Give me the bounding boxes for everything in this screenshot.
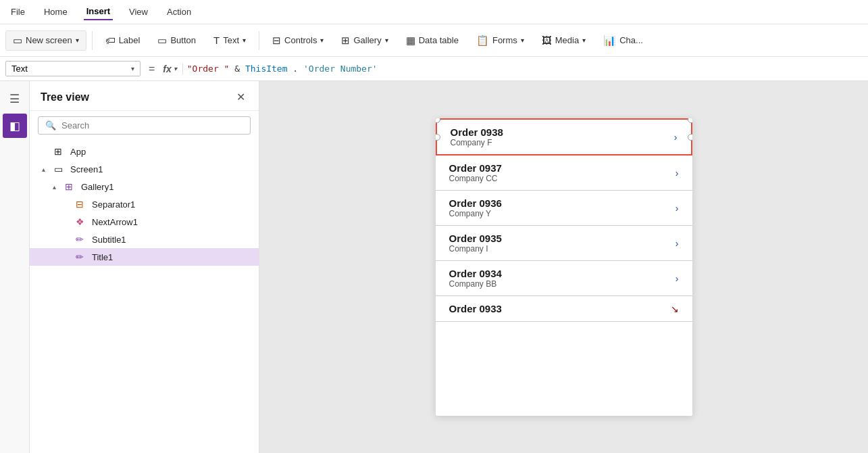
new-screen-button[interactable]: ▭ New screen ▾ (5, 30, 86, 51)
hamburger-icon-button[interactable]: ☰ (3, 87, 27, 111)
layers-icon-button[interactable]: ◧ (3, 114, 27, 138)
gallery-chevron-icon: ▾ (385, 37, 388, 44)
gallery-icon: ⊞ (341, 34, 350, 47)
tree-body: ⊞ App ▴ ▭ Screen1 ▴ ⊞ Gallery1 ⊟ (30, 140, 259, 453)
menu-view[interactable]: View (126, 4, 151, 20)
label-icon: 🏷 (105, 34, 116, 46)
gallery-item-2-text: Order 0936 Company Y (449, 197, 502, 218)
formula-amp: & (234, 64, 245, 74)
chevron-down-icon: ▾ (76, 37, 79, 44)
gallery-button[interactable]: ⊞ Gallery ▾ (334, 30, 395, 51)
subtitle1-label: Subtitle1 (92, 235, 251, 245)
gallery-item-1[interactable]: Order 0937 Company CC › (436, 156, 692, 191)
title-icon: ✏ (76, 252, 88, 262)
formula-string1: "Order " (187, 64, 230, 74)
gallery-item-2-subtitle: Company Y (449, 209, 502, 218)
sidebar-icons: ☰ ◧ (0, 81, 30, 453)
gallery-item-3[interactable]: Order 0935 Company I › (436, 226, 692, 261)
handle-mr[interactable] (688, 134, 692, 141)
forms-button[interactable]: 📋 Forms ▾ (469, 30, 532, 51)
tree-item-screen1[interactable]: ▴ ▭ Screen1 (30, 160, 259, 178)
main-area: ☰ ◧ Tree view ✕ 🔍 ⊞ App ▴ (0, 81, 868, 453)
media-button[interactable]: 🖼 Media ▾ (534, 30, 593, 50)
gallery-item-0-arrow: › (674, 132, 678, 143)
search-icon: 🔍 (45, 120, 56, 130)
gallery-item-0[interactable]: Order 0938 Company F › (437, 120, 691, 154)
nextarrow-icon: ❖ (76, 216, 88, 227)
media-chevron-icon: ▾ (582, 37, 586, 44)
text-icon: T (213, 34, 220, 46)
controls-button[interactable]: ⊟ Controls ▾ (265, 30, 331, 51)
menu-bar: File Home Insert View Action (0, 0, 868, 24)
separator-icon: ⊟ (76, 199, 88, 210)
text-chevron-icon: ▾ (242, 37, 246, 44)
gallery-item-1-text: Order 0937 Company CC (449, 162, 502, 183)
divider-2 (259, 31, 259, 50)
formula-input[interactable]: "Order " & ThisItem . 'Order Number' (187, 64, 863, 74)
charts-button[interactable]: 📊 Cha... (596, 30, 650, 51)
gallery-item-3-text: Order 0935 Company I (449, 233, 502, 254)
text-button[interactable]: T Text ▾ (206, 30, 253, 50)
gallery-item-2[interactable]: Order 0936 Company Y › (436, 191, 692, 226)
formula-dot: . (292, 64, 298, 74)
tree-item-separator1[interactable]: ⊟ Separator1 (30, 195, 259, 213)
subtitle-icon: ✏ (76, 234, 88, 245)
forms-icon: 📋 (476, 34, 489, 47)
menu-home[interactable]: Home (41, 4, 70, 20)
gallery-item-3-subtitle: Company I (449, 244, 502, 254)
tree-item-title1[interactable]: ✏ Title1 (30, 248, 259, 266)
gallery-item-5[interactable]: Order 0933 ↘ (436, 296, 692, 322)
tree-item-subtitle1[interactable]: ✏ Subtitle1 (30, 231, 259, 248)
gallery-tree-icon: ⊞ (65, 181, 77, 192)
gallery-item-3-arrow: › (675, 238, 679, 249)
forms-chevron-icon: ▾ (521, 37, 524, 44)
controls-icon: ⊟ (272, 34, 281, 47)
property-dropdown[interactable]: Text ▾ (5, 61, 141, 76)
nextarrow1-label: NextArrow1 (92, 217, 251, 227)
label-button[interactable]: 🏷 Label (98, 30, 148, 50)
tree-item-nextarrow1[interactable]: ❖ NextArrow1 (30, 213, 259, 231)
screen-icon: ▭ (54, 164, 66, 174)
gallery-item-4[interactable]: Order 0934 Company BB › (436, 261, 692, 296)
fx-button[interactable]: fx ▾ (163, 64, 182, 74)
gallery-item-0-title: Order 0938 (451, 126, 503, 138)
menu-action[interactable]: Action (164, 4, 194, 20)
formula-bar: Text ▾ = fx ▾ "Order " & ThisItem . 'Ord… (0, 57, 868, 81)
menu-insert[interactable]: Insert (84, 3, 113, 20)
toolbar: ▭ New screen ▾ 🏷 Label ▭ Button T Text ▾… (0, 24, 868, 57)
tree-search-box[interactable]: 🔍 (38, 116, 251, 135)
tree-title: Tree view (41, 91, 89, 103)
layers-icon: ◧ (9, 119, 20, 133)
gallery-item-3-title: Order 0935 (449, 233, 502, 244)
title1-label: Title1 (92, 252, 251, 262)
menu-file[interactable]: File (8, 4, 28, 20)
fx-chevron-icon: ▾ (174, 65, 177, 72)
gallery-item-4-subtitle: Company BB (449, 279, 502, 289)
gallery-item-2-title: Order 0936 (449, 197, 502, 209)
separator1-label: Separator1 (92, 199, 251, 210)
gallery-list: Order 0938 Company F › Order 0937 (436, 118, 692, 416)
gallery-item-selected-wrapper[interactable]: Order 0938 Company F › (436, 118, 692, 156)
tree-item-gallery1[interactable]: ▴ ⊞ Gallery1 (30, 178, 259, 195)
search-input[interactable] (61, 120, 243, 130)
divider-1 (92, 31, 93, 50)
gallery-item-2-arrow: › (675, 203, 679, 214)
gallery-item-1-arrow: › (675, 168, 679, 178)
tree-item-app[interactable]: ⊞ App (30, 143, 259, 160)
gallery1-label: Gallery1 (81, 182, 251, 192)
gallery-item-5-text: Order 0933 (449, 303, 502, 314)
app-screen: Order 0938 Company F › Order 0937 (436, 118, 692, 416)
screen1-label: Screen1 (70, 164, 251, 174)
button-button[interactable]: ▭ Button (150, 30, 203, 51)
tree-close-button[interactable]: ✕ (234, 89, 248, 105)
hamburger-icon: ☰ (9, 92, 20, 106)
media-icon: 🖼 (542, 34, 552, 46)
gallery-item-4-text: Order 0934 Company BB (449, 268, 502, 289)
datatable-button[interactable]: ▦ Data table (399, 30, 466, 51)
handle-ml[interactable] (436, 134, 440, 141)
button-icon: ▭ (157, 34, 167, 47)
tree-header: Tree view ✕ (30, 81, 259, 111)
app-icon: ⊞ (54, 146, 66, 157)
gallery-item-5-arrow: ↘ (671, 304, 679, 314)
dropdown-chevron-icon: ▾ (131, 65, 134, 72)
